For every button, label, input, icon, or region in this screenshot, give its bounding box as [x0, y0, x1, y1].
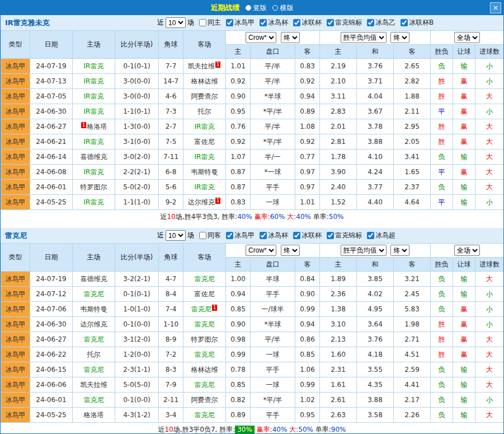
league-type: 冰岛甲 [1, 89, 30, 104]
euro-home-odds: 2.61 [320, 393, 357, 408]
recent-count-select[interactable]: 10 [166, 17, 186, 28]
league-type: 冰岛甲 [1, 134, 30, 150]
asian-home-odds: 0.87 [226, 180, 251, 195]
matches-table: 类型 日期 主场 比分(半场) 角球 客场 Crow* 终 胜平负均值 终 全场 [1, 243, 504, 423]
final-odds-select[interactable]: 终 [281, 32, 300, 43]
euro-away-odds: 1.88 [394, 89, 431, 104]
league-filter[interactable]: 冰岛乙 [367, 18, 395, 27]
result-handicap: 赢 [453, 347, 475, 362]
match-row: 冰岛甲24-06-01特罗图尔5-0(2-0)5-6IR雷克0.87平手0.97… [1, 180, 504, 195]
euro-away-odds: 2.05 [394, 134, 431, 150]
scope-select[interactable]: 全场 [454, 245, 480, 256]
asian-home-odds: 0.92 [226, 74, 251, 89]
col-eu-away: 客 [394, 45, 431, 59]
col-eu-home: 主 [320, 258, 357, 272]
asian-handicap-line: 平手 [251, 287, 295, 302]
result-goals: 小 [475, 104, 504, 119]
col-date: 日期 [30, 31, 73, 59]
match-date: 24-05-25 [30, 408, 73, 423]
league-filter[interactable]: 冰岛甲 [226, 231, 255, 240]
same-venue-filter[interactable]: 同客 [199, 231, 221, 240]
result-handicap: 输 [453, 377, 475, 393]
league-filter[interactable]: 冰联杯B [401, 18, 434, 27]
asian-away-odds: 0.83 [295, 59, 320, 74]
same-venue-checkbox[interactable] [199, 232, 206, 239]
league-checkbox[interactable] [367, 19, 374, 26]
match-row: 冰岛甲24-06-01雷克尼0-1(0-0)2-11阿费查尔0.82*平/半1.… [1, 393, 504, 408]
league-checkbox[interactable] [401, 19, 408, 26]
euro-draw-odds: 3.76 [357, 332, 394, 347]
league-checkbox[interactable] [260, 19, 267, 26]
result-goals: 大 [475, 165, 504, 180]
match-row: 冰岛甲24-06-15雷克尼2-3(1-1)8-3格林达维0.78平手1.062… [1, 362, 504, 377]
same-venue-label: 同客 [208, 231, 221, 240]
same-venue-filter[interactable]: 同主 [199, 18, 221, 27]
away-team-name: 格林达维 [191, 366, 218, 374]
result-wdl: 负 [431, 408, 453, 423]
result-handicap: 输 [453, 393, 475, 408]
league-filter[interactable]: 冰联杯 [293, 18, 322, 27]
league-filter[interactable]: 冰岛甲 [226, 18, 255, 27]
league-checkbox[interactable] [293, 19, 300, 26]
col-eu-draw: 和 [357, 45, 394, 59]
league-label: 冰联杯 [302, 231, 322, 240]
match-row: 冰岛甲24-07-19嘉德维克3-2(2-1)4-7雷克尼1.00半球0.841… [1, 272, 504, 287]
final-odds-select[interactable]: 终 [281, 245, 300, 256]
recent-count-select[interactable]: 10 [166, 230, 186, 241]
league-filter[interactable]: 冰岛超 [367, 231, 395, 240]
summary-segment: 大: [287, 425, 298, 434]
away-team-cell: 达尔维克1 [183, 195, 226, 210]
away-team-name: IR雷克 [195, 183, 215, 191]
league-label: 冰联杯B [409, 18, 434, 27]
away-team-cell: 雷克尼1 [183, 302, 226, 317]
summary-segment: 60% [270, 213, 285, 221]
league-checkbox[interactable] [226, 19, 233, 26]
away-team-cell: 富佐尼 [183, 134, 226, 150]
avg-odds-select[interactable]: 胜平负均值 [341, 245, 387, 256]
final-odds-select[interactable]: 终 [390, 32, 409, 43]
league-checkbox[interactable] [367, 232, 374, 239]
league-label: 冰岛超 [375, 231, 395, 240]
euro-home-odds: 1.60 [320, 347, 357, 362]
final-odds-select[interactable]: 终 [390, 245, 409, 256]
layout-horizontal-radio[interactable]: 横版 [272, 3, 294, 13]
corner-count: 7-4 [159, 302, 183, 317]
league-label: 冰联杯 [302, 18, 322, 27]
bookmaker-select[interactable]: Crow* [246, 245, 276, 256]
same-venue-checkbox[interactable] [199, 19, 206, 26]
league-filter-group: 冰岛甲冰岛杯冰联杯雷克锦标冰岛超 [221, 231, 395, 241]
league-checkbox[interactable] [327, 19, 334, 26]
layout-vertical-radio[interactable]: 竖版 [246, 3, 267, 13]
league-type: 冰岛甲 [1, 393, 30, 408]
league-checkbox[interactable] [327, 232, 334, 239]
euro-draw-odds: 4.40 [357, 195, 394, 210]
league-filter[interactable]: 冰岛杯 [260, 18, 288, 27]
league-checkbox[interactable] [260, 232, 267, 239]
scope-select[interactable]: 全场 [454, 32, 480, 43]
match-date: 24-05-25 [30, 195, 73, 210]
league-checkbox[interactable] [293, 232, 300, 239]
league-filter[interactable]: 雷克锦标 [327, 18, 362, 27]
away-team-cell: 韦斯特曼 [183, 165, 226, 180]
home-team-cell: IR雷克 [73, 165, 115, 180]
euro-draw-odds: 3.88 [357, 393, 394, 408]
asian-away-odds: 0.90 [295, 287, 320, 302]
bookmaker-select[interactable]: Crow* [246, 32, 276, 43]
home-team-cell: IR雷克 [73, 59, 115, 74]
league-checkbox[interactable] [226, 232, 233, 239]
result-handicap: 输 [453, 195, 475, 210]
match-row: 冰岛甲24-05-25IR雷克1-1(1-0)9-2达尔维克10.83一球1.0… [1, 195, 504, 210]
near-label: 近 [157, 18, 164, 27]
match-score: 0-1(0-1) [115, 287, 159, 302]
avg-odds-select[interactable]: 胜平负均值 [341, 32, 387, 43]
home-team-cell: IR雷克 [73, 195, 115, 210]
result-wdl: 平 [431, 165, 453, 180]
asian-away-odds: 0.84 [295, 272, 320, 287]
close-icon[interactable]: × [490, 2, 501, 13]
summary-segment: 场,胜4平3负3, 胜率: [176, 212, 237, 222]
league-filter[interactable]: 雷克锦标 [327, 231, 362, 240]
summary-segment: 赢率: [252, 212, 270, 222]
league-filter[interactable]: 冰岛杯 [260, 231, 288, 240]
result-goals: 小 [475, 393, 504, 408]
league-filter[interactable]: 冰联杯 [293, 231, 322, 240]
